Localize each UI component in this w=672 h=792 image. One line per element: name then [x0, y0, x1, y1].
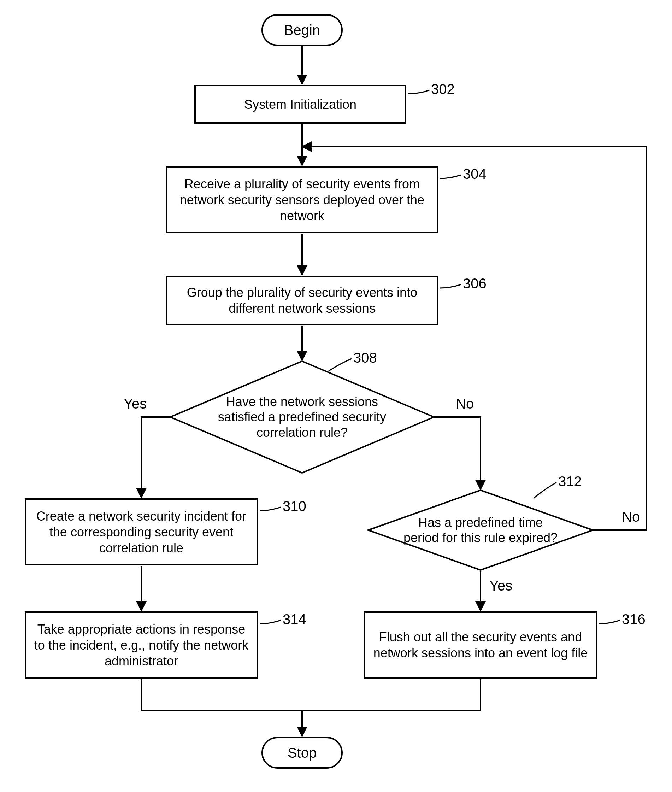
step-302: System Initialization: [194, 85, 406, 124]
edge-312-no: No: [622, 509, 640, 525]
edge-308-no: No: [456, 396, 474, 412]
ref-314: 314: [283, 611, 306, 627]
terminal-stop: Stop: [261, 737, 343, 769]
step-314: Take appropriate actions in response to …: [25, 611, 258, 678]
step-316-label: Flush out all the security events and ne…: [373, 629, 589, 661]
decision-308: Have the network sessions satisfied a pr…: [170, 361, 435, 474]
step-306: Group the plurality of security events i…: [166, 276, 438, 325]
step-316: Flush out all the security events and ne…: [364, 611, 597, 678]
step-304: Receive a plurality of security events f…: [166, 166, 438, 233]
step-314-label: Take appropriate actions in response to …: [33, 621, 250, 669]
decision-312-label: Has a predefined time period for this ru…: [403, 515, 558, 545]
flowchart: Begin System Initialization 302 Receive …: [14, 14, 657, 778]
step-310-label: Create a network security incident for t…: [33, 508, 250, 556]
terminal-begin: Begin: [261, 14, 343, 46]
terminal-begin-label: Begin: [284, 22, 320, 38]
ref-310: 310: [283, 498, 306, 514]
decision-312: Has a predefined time period for this ru…: [368, 489, 594, 571]
ref-304: 304: [463, 166, 486, 182]
decision-308-label: Have the network sessions satisfied a pr…: [202, 394, 403, 440]
ref-316: 316: [622, 611, 645, 627]
edge-308-yes: Yes: [124, 396, 147, 412]
ref-308: 308: [353, 350, 377, 366]
step-306-label: Group the plurality of security events i…: [174, 284, 430, 316]
edge-312-yes: Yes: [490, 578, 512, 594]
step-310: Create a network security incident for t…: [25, 498, 258, 566]
ref-306: 306: [463, 276, 486, 292]
ref-302: 302: [431, 81, 455, 97]
step-304-label: Receive a plurality of security events f…: [174, 176, 430, 224]
terminal-stop-label: Stop: [288, 745, 317, 761]
step-302-label: System Initialization: [244, 96, 357, 112]
ref-312: 312: [558, 474, 582, 489]
